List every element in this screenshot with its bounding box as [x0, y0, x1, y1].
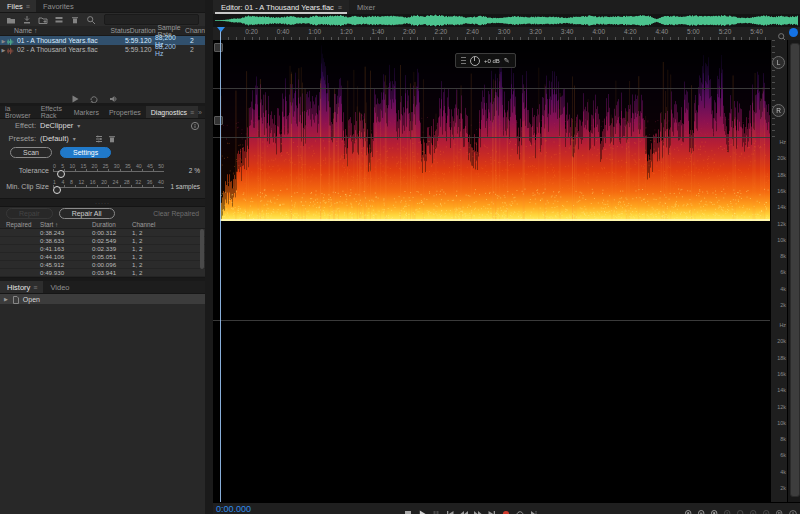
- next-button[interactable]: [487, 505, 496, 514]
- min-clip-knob[interactable]: [53, 186, 61, 194]
- lane-tool-icon[interactable]: [214, 116, 223, 125]
- tab-ia-browser[interactable]: ia Browser: [0, 106, 36, 118]
- hud-gain-value[interactable]: +0 dB: [484, 58, 500, 64]
- problem-row[interactable]: 0:45.9120:00.0961, 2: [0, 261, 205, 269]
- tab-favorites[interactable]: Favorites: [36, 0, 81, 12]
- preview-play-icon[interactable]: [70, 90, 79, 99]
- table-scrollbar[interactable]: [200, 229, 204, 269]
- presets-dropdown[interactable]: (Default) ▾: [40, 134, 76, 143]
- vertical-scrollbar[interactable]: [787, 40, 800, 502]
- zoom-in-amp-button[interactable]: [723, 505, 732, 514]
- tab-effects-rack[interactable]: Effects Rack: [36, 106, 69, 118]
- lane-tool-icon[interactable]: [214, 43, 223, 52]
- trash-icon[interactable]: [70, 15, 80, 25]
- insert-multitrack-icon[interactable]: [54, 15, 64, 25]
- tab-overflow-icon[interactable]: »: [198, 106, 205, 118]
- playhead-handle[interactable]: [217, 27, 225, 32]
- preview-loop-icon[interactable]: [89, 90, 98, 99]
- expander-icon[interactable]: ▶: [4, 296, 8, 302]
- tolerance-knob[interactable]: [57, 170, 65, 178]
- open-file-icon[interactable]: [6, 15, 16, 25]
- file-row[interactable]: ▶02 - A Thousand Years.flac5:59.12088,20…: [0, 45, 205, 54]
- forward-button[interactable]: [473, 505, 482, 514]
- panel-menu-icon[interactable]: ≡: [33, 284, 36, 291]
- time-display[interactable]: 0:00.000: [216, 504, 251, 514]
- ruler-magnifier-icon[interactable]: [777, 28, 786, 37]
- tab-history[interactable]: History ≡: [0, 281, 43, 293]
- problem-row[interactable]: 0:41.1630:02.3391, 2: [0, 245, 205, 253]
- zoom-indicator-icon[interactable]: [789, 28, 798, 37]
- skip-button[interactable]: [529, 505, 538, 514]
- new-folder-icon[interactable]: [38, 15, 48, 25]
- zoom-out-button[interactable]: [697, 505, 706, 514]
- editor-lanes[interactable]: [213, 40, 770, 502]
- delete-preset-icon[interactable]: [107, 134, 116, 143]
- info-circle-icon[interactable]: [190, 121, 199, 130]
- col-repaired[interactable]: Repaired: [0, 221, 40, 228]
- tab-editor[interactable]: Editor: 01 - A Thousand Years.flac ≡: [213, 0, 349, 14]
- problem-row[interactable]: 0:44.1060:05.0511, 2: [0, 253, 205, 261]
- zoom-reset-button[interactable]: [788, 505, 797, 514]
- search-icon[interactable]: [86, 15, 96, 25]
- effect-dropdown[interactable]: DeClipper ▾: [40, 121, 80, 130]
- col-channels[interactable]: Channels: [185, 27, 205, 34]
- history-item-open[interactable]: ▶ Open: [0, 294, 205, 304]
- tab-video[interactable]: Video: [43, 281, 76, 293]
- section-grip[interactable]: ·····: [0, 198, 205, 207]
- col-channel[interactable]: Channel: [132, 221, 172, 228]
- volume-hud[interactable]: +0 dB ✎: [455, 53, 516, 68]
- problem-row[interactable]: 0:38.2430:00.3121, 2: [0, 229, 205, 237]
- col-name[interactable]: Name ↑: [0, 27, 111, 34]
- problem-row[interactable]: 0:38.6330:02.5491, 2: [0, 237, 205, 245]
- channel-badge-right[interactable]: R: [772, 104, 785, 117]
- playhead-line[interactable]: [220, 27, 221, 502]
- col-duration[interactable]: Duration: [92, 221, 132, 228]
- repair-button[interactable]: Repair: [6, 208, 53, 219]
- prev-button[interactable]: [445, 505, 454, 514]
- problem-row[interactable]: 0:49.9300:03.9411, 2: [0, 269, 205, 277]
- settings-button[interactable]: Settings: [60, 147, 111, 158]
- tolerance-value[interactable]: 2 %: [164, 167, 200, 174]
- panel-menu-icon[interactable]: ≡: [26, 3, 29, 10]
- scan-button[interactable]: Scan: [10, 147, 52, 158]
- overview-navigator[interactable]: [213, 14, 800, 28]
- preview-speaker-icon[interactable]: [108, 90, 117, 99]
- timeline-ruler[interactable]: 0:200:401:001:201:402:002:202:403:003:20…: [213, 27, 800, 41]
- repair-all-button[interactable]: Repair All: [59, 208, 115, 219]
- zoom-full-button[interactable]: [775, 505, 784, 514]
- save-preset-icon[interactable]: [94, 134, 103, 143]
- zoom-selection-button[interactable]: [710, 505, 719, 514]
- scrollbar-thumb[interactable]: [790, 43, 800, 497]
- col-status[interactable]: Status: [111, 27, 130, 34]
- rewind-button[interactable]: [459, 505, 468, 514]
- hud-volume-knob-icon[interactable]: [470, 56, 480, 66]
- min-clip-value[interactable]: 1 samples: [164, 183, 200, 190]
- tab-files[interactable]: Files ≡: [0, 0, 36, 12]
- play-button[interactable]: [417, 505, 426, 514]
- hud-grip-icon[interactable]: [461, 57, 466, 64]
- tab-diagnostics[interactable]: Diagnostics≡: [146, 106, 198, 118]
- tab-mixer[interactable]: Mixer: [349, 0, 383, 14]
- hud-edit-icon[interactable]: ✎: [504, 57, 510, 64]
- col-duration[interactable]: Duration: [130, 27, 158, 34]
- zoom-out-amp-button[interactable]: [736, 505, 745, 514]
- tab-properties[interactable]: Properties: [104, 106, 146, 118]
- loop-button[interactable]: [515, 505, 524, 514]
- clear-repaired-button[interactable]: Clear Repaired: [153, 210, 199, 217]
- pause-button[interactable]: [431, 505, 440, 514]
- record-button[interactable]: [501, 505, 510, 514]
- tab-markers[interactable]: Markers: [69, 106, 104, 118]
- panel-menu-icon[interactable]: ≡: [338, 4, 341, 11]
- import-file-icon[interactable]: [22, 15, 32, 25]
- zoom-sel-out-button[interactable]: [762, 505, 771, 514]
- panel-menu-icon[interactable]: ≡: [190, 109, 193, 116]
- stop-button[interactable]: [403, 505, 412, 514]
- expander-icon[interactable]: ▶: [0, 47, 7, 53]
- expander-icon[interactable]: ▶: [0, 38, 7, 44]
- channel-badge-left[interactable]: L: [772, 56, 785, 69]
- col-start[interactable]: Start ↑: [40, 221, 92, 228]
- tolerance-slider[interactable]: 05101520253035404550: [53, 163, 164, 177]
- zoom-sel-in-button[interactable]: [749, 505, 758, 514]
- zoom-in-button[interactable]: [684, 505, 693, 514]
- min-clip-slider[interactable]: 1481216202428323640: [53, 179, 164, 193]
